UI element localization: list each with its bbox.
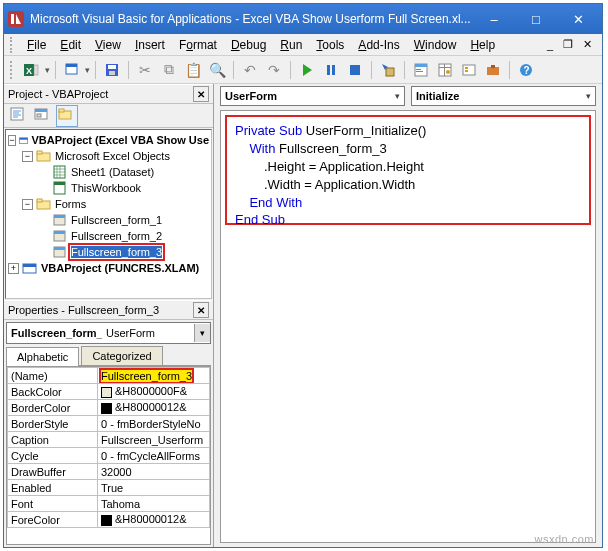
prop-name-key[interactable]: (Name) bbox=[8, 368, 98, 384]
menu-file[interactable]: File bbox=[21, 36, 52, 54]
titlebar[interactable]: Microsoft Visual Basic for Applications … bbox=[4, 4, 602, 34]
find-icon[interactable]: 🔍 bbox=[206, 59, 228, 81]
code-pane: UserForm▾ Initialize▾ Private Sub UserFo… bbox=[214, 84, 602, 547]
prop-bordercolor-value[interactable]: &H80000012& bbox=[98, 400, 210, 416]
prop-cycle-key[interactable]: Cycle bbox=[8, 448, 98, 464]
menu-window[interactable]: Window bbox=[408, 36, 463, 54]
reset-icon[interactable] bbox=[344, 59, 366, 81]
properties-grid[interactable]: (Name)Fullscreen_form_3 BackColor&H80000… bbox=[6, 366, 211, 545]
prop-forecolor-value[interactable]: &H80000012& bbox=[98, 512, 210, 528]
properties-panel-title: Properties - Fullscreen_form_3 bbox=[8, 304, 193, 316]
prop-borderstyle-value[interactable]: 0 - fmBorderStyleNo bbox=[98, 416, 210, 432]
design-mode-icon[interactable] bbox=[377, 59, 399, 81]
menu-tools[interactable]: Tools bbox=[310, 36, 350, 54]
view-code-icon[interactable] bbox=[8, 105, 30, 127]
prop-backcolor-key[interactable]: BackColor bbox=[8, 384, 98, 400]
toggle-folders-icon[interactable] bbox=[56, 105, 78, 127]
menu-run[interactable]: Run bbox=[274, 36, 308, 54]
prop-caption-key[interactable]: Caption bbox=[8, 432, 98, 448]
menu-format[interactable]: Format bbox=[173, 36, 223, 54]
excel-icon[interactable]: X bbox=[19, 59, 43, 81]
prop-forecolor-key[interactable]: ForeColor bbox=[8, 512, 98, 528]
prop-font-key[interactable]: Font bbox=[8, 496, 98, 512]
properties-panel-header: Properties - Fullscreen_form_3 ✕ bbox=[4, 300, 213, 320]
prop-bordercolor-key[interactable]: BorderColor bbox=[8, 400, 98, 416]
properties-panel-close-button[interactable]: ✕ bbox=[193, 302, 209, 318]
watermark: wsxdn.com bbox=[534, 533, 594, 545]
svg-rect-7 bbox=[109, 71, 115, 75]
close-button[interactable]: ✕ bbox=[558, 7, 598, 31]
undo-icon[interactable]: ↶ bbox=[239, 59, 261, 81]
chevron-down-icon[interactable]: ▾ bbox=[194, 324, 210, 342]
maximize-button[interactable]: □ bbox=[516, 7, 556, 31]
paste-icon[interactable]: 📋 bbox=[182, 59, 204, 81]
tree-toggle[interactable]: − bbox=[22, 199, 33, 210]
tree-form3-selected[interactable]: Fullscreen_form_3 bbox=[71, 246, 162, 258]
tab-categorized[interactable]: Categorized bbox=[81, 346, 162, 365]
left-pane: Project - VBAProject ✕ −VBAProject (Exce… bbox=[4, 84, 214, 547]
prop-drawbuffer-key[interactable]: DrawBuffer bbox=[8, 464, 98, 480]
mdi-minimize-button[interactable]: _ bbox=[543, 39, 557, 51]
menu-edit[interactable]: Edit bbox=[54, 36, 87, 54]
cut-icon[interactable]: ✂ bbox=[134, 59, 156, 81]
procedure-combo[interactable]: Initialize▾ bbox=[411, 86, 596, 106]
vbaproject-icon bbox=[19, 133, 29, 147]
mdi-restore-button[interactable]: ❐ bbox=[559, 38, 577, 51]
tree-excel-objects[interactable]: Microsoft Excel Objects bbox=[55, 150, 170, 162]
tree-form1[interactable]: Fullscreen_form_1 bbox=[71, 214, 162, 226]
tree-vbaproject[interactable]: VBAProject (Excel VBA Show Use bbox=[32, 134, 209, 146]
break-icon[interactable] bbox=[320, 59, 342, 81]
run-icon[interactable] bbox=[296, 59, 318, 81]
prop-name-value[interactable]: Fullscreen_form_3 bbox=[101, 370, 192, 382]
menu-help[interactable]: Help bbox=[464, 36, 501, 54]
tree-toggle[interactable]: + bbox=[8, 263, 19, 274]
prop-enabled-value[interactable]: True bbox=[98, 480, 210, 496]
userform-icon bbox=[52, 245, 68, 259]
svg-rect-9 bbox=[327, 65, 330, 75]
svg-rect-24 bbox=[465, 70, 468, 72]
tree-toggle[interactable]: − bbox=[22, 151, 33, 162]
menu-debug[interactable]: Debug bbox=[225, 36, 272, 54]
tree-forms-folder[interactable]: Forms bbox=[55, 198, 86, 210]
copy-icon[interactable]: ⧉ bbox=[158, 59, 180, 81]
insert-userform-icon[interactable] bbox=[61, 59, 83, 81]
tree-toggle[interactable]: − bbox=[8, 135, 16, 146]
menu-addins[interactable]: Add-Ins bbox=[352, 36, 405, 54]
menu-insert[interactable]: Insert bbox=[129, 36, 171, 54]
project-tree[interactable]: −VBAProject (Excel VBA Show Use −Microso… bbox=[5, 129, 212, 299]
project-explorer-icon[interactable] bbox=[410, 59, 432, 81]
prop-drawbuffer-value[interactable]: 32000 bbox=[98, 464, 210, 480]
project-panel-close-button[interactable]: ✕ bbox=[193, 86, 209, 102]
view-object-icon[interactable] bbox=[32, 105, 54, 127]
menu-view[interactable]: View bbox=[89, 36, 127, 54]
object-combo[interactable]: UserForm▾ bbox=[220, 86, 405, 106]
properties-window-icon[interactable] bbox=[434, 59, 456, 81]
object-browser-icon[interactable] bbox=[458, 59, 480, 81]
minimize-button[interactable]: ‒ bbox=[474, 7, 514, 31]
svg-rect-47 bbox=[54, 231, 65, 234]
tree-sheet1[interactable]: Sheet1 (Dataset) bbox=[71, 166, 154, 178]
menubar-gripper[interactable] bbox=[10, 37, 15, 53]
workspace: Project - VBAProject ✕ −VBAProject (Exce… bbox=[4, 84, 602, 547]
prop-enabled-key[interactable]: Enabled bbox=[8, 480, 98, 496]
prop-cycle-value[interactable]: 0 - fmCycleAllForms bbox=[98, 448, 210, 464]
tab-alphabetic[interactable]: Alphabetic bbox=[6, 347, 79, 366]
prop-backcolor-value[interactable]: &H8000000F& bbox=[98, 384, 210, 400]
toolbar-gripper[interactable] bbox=[10, 61, 15, 79]
vba-editor-window: Microsoft Visual Basic for Applications … bbox=[3, 3, 603, 548]
vbaproject-icon bbox=[22, 261, 38, 275]
help-icon[interactable]: ? bbox=[515, 59, 537, 81]
prop-caption-value[interactable]: Fullscreen_Userform bbox=[98, 432, 210, 448]
properties-tabs: Alphabetic Categorized bbox=[6, 346, 211, 366]
toolbox-icon[interactable] bbox=[482, 59, 504, 81]
prop-borderstyle-key[interactable]: BorderStyle bbox=[8, 416, 98, 432]
tree-thisworkbook[interactable]: ThisWorkbook bbox=[71, 182, 141, 194]
save-icon[interactable] bbox=[101, 59, 123, 81]
tree-funcres[interactable]: VBAProject (FUNCRES.XLAM) bbox=[41, 262, 199, 274]
prop-font-value[interactable]: Tahoma bbox=[98, 496, 210, 512]
redo-icon[interactable]: ↷ bbox=[263, 59, 285, 81]
mdi-close-button[interactable]: ✕ bbox=[579, 38, 596, 51]
properties-object-combo[interactable]: Fullscreen_form_ UserForm ▾ bbox=[6, 322, 211, 344]
code-editor[interactable]: Private Sub UserForm_Initialize() With F… bbox=[220, 110, 596, 543]
tree-form2[interactable]: Fullscreen_form_2 bbox=[71, 230, 162, 242]
